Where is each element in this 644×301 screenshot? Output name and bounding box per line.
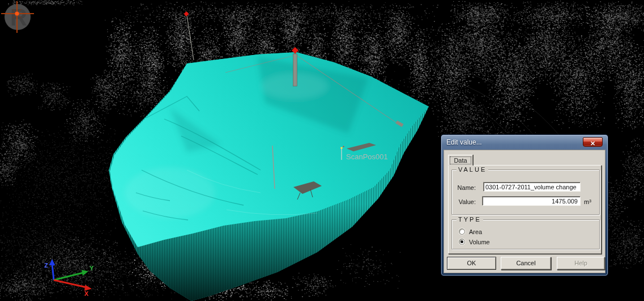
close-button[interactable]: ✕ <box>583 137 603 147</box>
axis-z-label: Z <box>44 262 48 269</box>
axis-x-label: X <box>84 290 89 297</box>
svg-text:R: R <box>10 4 27 31</box>
type-groupbox: TYPE Area Volume <box>451 219 600 249</box>
name-input[interactable] <box>483 182 581 192</box>
close-icon: ✕ <box>590 140 595 147</box>
edit-value-dialog: Edit value... ✕ Data VALUE Name: Value: … <box>441 134 608 276</box>
value-input[interactable] <box>482 196 581 206</box>
cancel-button[interactable]: Cancel <box>501 257 551 270</box>
dialog-titlebar[interactable]: Edit value... ✕ <box>443 137 606 149</box>
tab-panel: VALUE Name: Value: m³ TYPE Area Volume <box>448 165 602 254</box>
scanpos-label: ScanPos001 <box>346 152 388 161</box>
radio-area-label: Area <box>469 228 482 235</box>
tab-data-label: Data <box>450 156 471 164</box>
survey-pole-left <box>184 11 194 60</box>
volume-mesh <box>109 52 429 301</box>
value-unit: m³ <box>584 198 591 205</box>
name-label: Name: <box>454 184 476 191</box>
ok-button[interactable]: OK <box>447 257 496 270</box>
axis-y-label: Y <box>89 265 94 272</box>
value-group-legend: VALUE <box>457 166 488 173</box>
help-button: Help <box>557 257 605 270</box>
value-groupbox: VALUE Name: Value: m³ <box>451 169 600 215</box>
value-label: Value: <box>454 198 476 205</box>
riegl-logo: R <box>1 1 34 33</box>
tab-data[interactable]: Data <box>448 155 473 166</box>
radio-volume-label: Volume <box>469 239 490 245</box>
dialog-title: Edit value... <box>443 138 482 146</box>
tiepoint-marker <box>184 11 189 16</box>
dialog-client-area: Data VALUE Name: Value: m³ TYPE Area Vo <box>443 150 605 273</box>
type-group-legend: TYPE <box>457 216 483 223</box>
orientation-axes: Z Y X <box>44 259 94 297</box>
radio-area-circle <box>459 228 465 235</box>
radio-volume-circle <box>459 239 465 245</box>
